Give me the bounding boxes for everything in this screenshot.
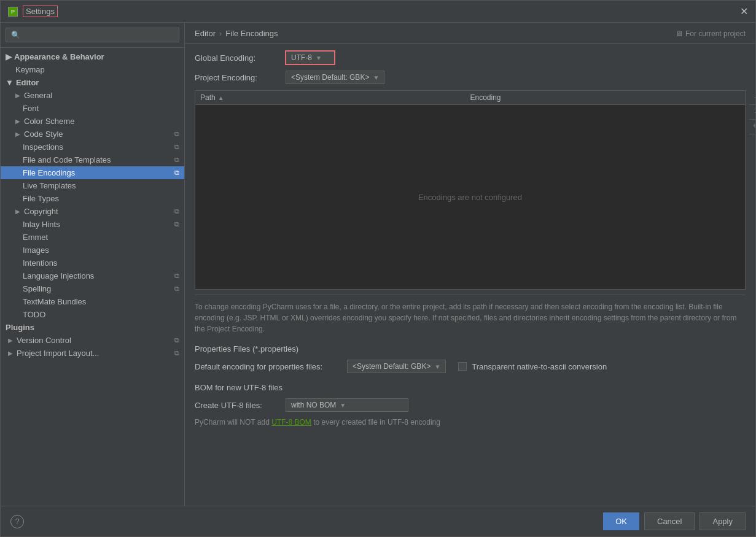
native-ascii-row: Transparent native-to-ascii conversion: [458, 362, 607, 371]
sidebar-item-filecodetemplates[interactable]: File and Code Templates ⧉: [1, 153, 184, 166]
bottom-right: OK Cancel Apply: [603, 512, 746, 530]
sidebar-item-versioncontrol[interactable]: ▶ Version Control ⧉: [1, 334, 184, 347]
arrow-icon: ▼: [6, 78, 14, 87]
global-encoding-value: UTF-8: [291, 53, 312, 62]
create-utf8-value: with NO BOM: [291, 401, 336, 409]
title-bar-left: P Settings: [8, 6, 58, 17]
create-utf8-dropdown[interactable]: with NO BOM ▼: [286, 398, 408, 412]
help-button[interactable]: ?: [10, 515, 24, 528]
cancel-button[interactable]: Cancel: [644, 512, 695, 530]
add-encoding-button[interactable]: +: [749, 90, 755, 105]
copy-icon: ⧉: [174, 272, 179, 280]
arrow-icon: ▶: [8, 350, 13, 357]
sidebar-item-general[interactable]: ▶ General: [1, 89, 184, 102]
sidebar-item-appearance[interactable]: ▶ Appearance & Behavior: [1, 50, 184, 63]
arrow-icon: ▶: [6, 52, 12, 61]
bom-note-suffix: to every created file in UTF-8 encoding: [311, 418, 440, 427]
sidebar-item-font[interactable]: Font: [1, 102, 184, 115]
sidebar-item-languageinjections[interactable]: Language Injections ⧉: [1, 269, 184, 282]
bom-note: PyCharm will NOT add UTF-8 BOM to every …: [195, 418, 746, 427]
sidebar-item-editor[interactable]: ▼ Editor: [1, 76, 184, 89]
sidebar-item-label: TextMate Bundles: [23, 297, 86, 306]
sidebar-item-todo[interactable]: TODO: [1, 308, 184, 321]
sidebar-item-label: Intentions: [23, 258, 57, 268]
sidebar-item-label: Color Scheme: [24, 117, 74, 126]
sidebar-item-codestyle[interactable]: ▶ Code Style ⧉: [1, 128, 184, 141]
sidebar-item-inlayhints[interactable]: Inlay Hints ⧉: [1, 218, 184, 231]
sidebar-item-label: Plugins: [6, 323, 34, 332]
arrow-icon: ▶: [15, 131, 20, 137]
sidebar-item-keymap[interactable]: Keymap: [1, 63, 184, 76]
sidebar-item-label: Inlay Hints: [23, 220, 60, 229]
search-box: [1, 23, 184, 48]
table-body-empty: Encodings are not configured: [195, 105, 745, 289]
table-toolbar: + − ✎: [749, 90, 755, 134]
copy-icon: ⧉: [174, 336, 179, 344]
sidebar-item-projectimportlayout[interactable]: ▶ Project Import Layout... ⧉: [1, 347, 184, 360]
sidebar-item-label: Emmet: [23, 233, 48, 242]
info-text: To change encoding PyCharm uses for a fi…: [195, 295, 746, 334]
sidebar-item-inspections[interactable]: Inspections ⧉: [1, 141, 184, 153]
sidebar-item-textmatebundles[interactable]: TextMate Bundles: [1, 295, 184, 308]
sidebar-item-label: Images: [23, 245, 49, 255]
close-button[interactable]: ✕: [740, 6, 748, 17]
sidebar-item-label: Code Style: [24, 129, 63, 139]
dropdown-arrow-icon: ▼: [434, 363, 440, 370]
breadcrumb: Editor › File Encodings: [195, 29, 278, 38]
encoding-column-header[interactable]: Encoding: [470, 93, 741, 102]
bom-section: BOM for new UTF-8 files Create UTF-8 fil…: [195, 383, 746, 427]
arrow-icon: ▶: [8, 337, 13, 344]
bottom-bar: ? OK Cancel Apply: [1, 506, 755, 536]
sidebar-item-emmet[interactable]: Emmet: [1, 231, 184, 244]
title-bar: P Settings ✕: [1, 1, 755, 23]
copy-icon: ⧉: [174, 143, 179, 151]
utf8-bom-link[interactable]: UTF-8 BOM: [271, 418, 311, 427]
sidebar-item-label: Font: [23, 104, 39, 113]
create-utf8-label: Create UTF-8 files:: [195, 401, 281, 410]
global-encoding-dropdown[interactable]: UTF-8 ▼: [286, 51, 335, 64]
copy-icon: ⧉: [174, 130, 179, 138]
edit-encoding-button[interactable]: ✎: [749, 120, 755, 134]
default-encoding-label: Default encoding for properties files:: [195, 362, 342, 371]
project-encoding-label: Project Encoding:: [195, 73, 281, 82]
bottom-left: ?: [10, 515, 24, 528]
sidebar-item-colorscheme[interactable]: ▶ Color Scheme: [1, 115, 184, 128]
project-encoding-row: Project Encoding: <System Default: GBK> …: [195, 71, 746, 84]
sidebar: ▶ Appearance & Behavior Keymap ▼ Editor …: [1, 23, 185, 506]
main-panel: Editor › File Encodings 🖥 For current pr…: [185, 23, 755, 506]
monitor-icon: 🖥: [676, 29, 683, 38]
ok-button[interactable]: OK: [603, 512, 639, 530]
bom-note-prefix: PyCharm will NOT add: [195, 418, 271, 427]
dropdown-arrow-icon: ▼: [373, 74, 379, 81]
copy-icon: ⧉: [174, 156, 179, 164]
copy-icon: ⧉: [174, 220, 179, 228]
default-encoding-dropdown[interactable]: <System Default: GBK> ▼: [347, 360, 446, 373]
sidebar-item-label: Spelling: [23, 284, 51, 293]
sidebar-item-label: File Encodings: [23, 168, 75, 177]
search-input[interactable]: [6, 28, 179, 42]
global-encoding-label: Global Encoding:: [195, 53, 281, 63]
breadcrumb-separator: ›: [219, 29, 222, 38]
sidebar-item-label: General: [24, 91, 52, 100]
path-column-header[interactable]: Path ▲: [200, 93, 470, 102]
sidebar-item-images[interactable]: Images: [1, 244, 184, 257]
dropdown-arrow-icon: ▼: [316, 55, 322, 61]
for-project-label: 🖥 For current project: [676, 29, 746, 38]
native-ascii-checkbox[interactable]: [458, 362, 467, 371]
sidebar-item-label: File Types: [23, 194, 59, 203]
apply-button[interactable]: Apply: [699, 512, 746, 530]
sidebar-item-fileencodings[interactable]: File Encodings ⧉: [1, 166, 184, 179]
sidebar-item-filetypes[interactable]: File Types: [1, 192, 184, 205]
sidebar-item-livetemplates[interactable]: Live Templates: [1, 179, 184, 192]
sidebar-item-label: Inspections: [23, 142, 63, 152]
remove-encoding-button[interactable]: −: [749, 105, 755, 120]
app-icon: P: [8, 7, 18, 17]
sidebar-item-copyright[interactable]: ▶ Copyright ⧉: [1, 205, 184, 218]
project-encoding-dropdown[interactable]: <System Default: GBK> ▼: [286, 71, 384, 84]
settings-dialog: P Settings ✕ ▶ Appearance & Behavior Key…: [0, 0, 756, 537]
sidebar-item-spelling[interactable]: Spelling ⧉: [1, 282, 184, 295]
content-area: ▶ Appearance & Behavior Keymap ▼ Editor …: [1, 23, 755, 506]
sidebar-item-intentions[interactable]: Intentions: [1, 257, 184, 269]
sidebar-item-plugins[interactable]: Plugins: [1, 321, 184, 334]
global-encoding-row: Global Encoding: UTF-8 ▼: [195, 51, 746, 64]
